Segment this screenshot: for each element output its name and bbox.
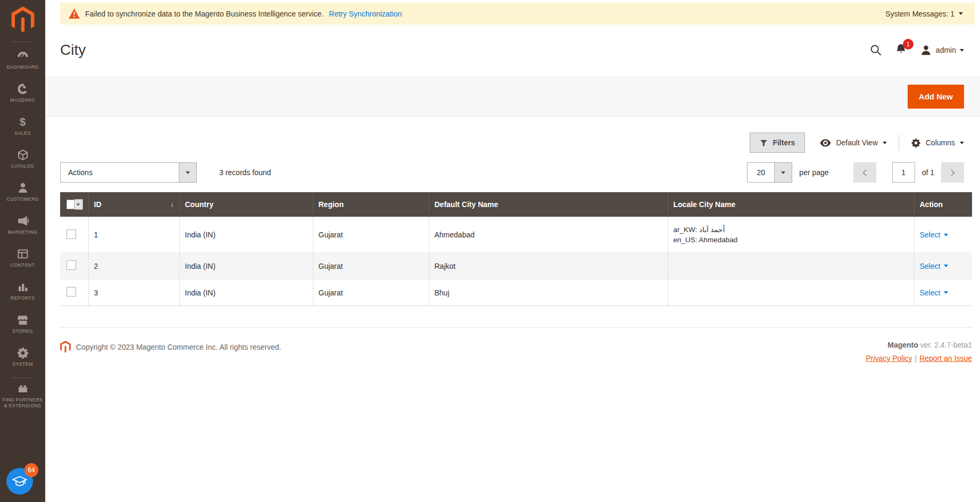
row-checkbox[interactable] bbox=[67, 260, 76, 270]
cell-region: Gujarat bbox=[313, 279, 429, 306]
column-header-id[interactable]: ID ↓ bbox=[88, 192, 179, 217]
privacy-policy-link[interactable]: Privacy Policy bbox=[866, 354, 912, 363]
grid-controls: Actions 3 records found 20 per page of 1 bbox=[60, 162, 964, 183]
catalog-icon bbox=[16, 149, 29, 161]
help-chat-button[interactable]: 64 bbox=[6, 468, 33, 495]
header-actions: 1 admin bbox=[869, 43, 964, 57]
sidebar-item-sales[interactable]: $ SALES bbox=[0, 109, 45, 142]
caret-down-icon bbox=[959, 12, 963, 15]
column-header-region[interactable]: Region bbox=[313, 192, 429, 217]
sidebar-divider bbox=[12, 377, 34, 378]
cell-locale-city-name bbox=[668, 279, 914, 306]
caret-down-icon bbox=[74, 199, 83, 210]
chevron-right-icon bbox=[948, 169, 955, 176]
footer-link-separator: | bbox=[915, 354, 917, 363]
per-page-dropdown[interactable]: 20 bbox=[747, 162, 792, 183]
sidebar-item-marketing[interactable]: MARKETING bbox=[0, 208, 45, 241]
column-header-locale-city-name[interactable]: Locale City Name bbox=[668, 192, 914, 217]
grid-toolbar: Filters Default View Columns bbox=[60, 133, 964, 153]
sidebar-item-catalog[interactable]: CATALOG bbox=[0, 142, 45, 175]
chat-badge: 64 bbox=[24, 463, 38, 477]
sidebar-item-reports[interactable]: REPORTS bbox=[0, 274, 45, 307]
sidebar-item-label: CATALOG bbox=[3, 163, 43, 169]
system-gear-icon bbox=[16, 347, 29, 359]
user-icon bbox=[920, 44, 932, 56]
select-all-control[interactable] bbox=[67, 199, 83, 210]
sidebar-item-dashboard[interactable]: DASHBOARD bbox=[0, 43, 45, 76]
extensions-brick-icon bbox=[16, 382, 29, 395]
sidebar-item-content[interactable]: CONTENT bbox=[0, 241, 45, 274]
system-messages-label: System Messages: 1 bbox=[885, 10, 954, 18]
select-action-dropdown[interactable]: Select bbox=[920, 262, 949, 270]
cell-default-city-name: Bhuj bbox=[429, 279, 668, 306]
row-checkbox[interactable] bbox=[67, 287, 76, 297]
filters-button[interactable]: Filters bbox=[750, 133, 805, 153]
select-all-checkbox[interactable] bbox=[67, 200, 74, 209]
admin-username: admin bbox=[936, 46, 956, 54]
select-action-dropdown[interactable]: Select bbox=[920, 231, 949, 239]
select-label: Select bbox=[920, 262, 941, 270]
page-title: City bbox=[60, 42, 86, 59]
total-pages-text: of 1 bbox=[922, 168, 934, 177]
columns-label: Columns bbox=[926, 138, 955, 147]
columns-gear-icon bbox=[911, 138, 921, 148]
select-action-dropdown[interactable]: Select bbox=[920, 289, 949, 297]
select-all-header bbox=[60, 192, 88, 217]
magento-logo[interactable] bbox=[0, 0, 45, 37]
column-header-action: Action bbox=[914, 192, 972, 217]
sidebar-divider bbox=[12, 42, 34, 42]
sidebar-item-label: MAGEINIC bbox=[3, 97, 43, 103]
magento-footer-logo bbox=[60, 341, 71, 353]
columns-control[interactable]: Columns bbox=[911, 138, 964, 148]
city-grid-table: ID ↓ Country Region Default City Name Lo… bbox=[60, 192, 972, 306]
cell-locale-city-name: ar_KW: أحمد آباد en_US: Ahmedabad bbox=[668, 217, 914, 253]
system-messages-toggle[interactable]: System Messages: 1 bbox=[885, 10, 963, 18]
actions-dropdown[interactable]: Actions bbox=[60, 162, 197, 183]
stores-icon bbox=[16, 314, 29, 326]
grid-header-row: ID ↓ Country Region Default City Name Lo… bbox=[60, 192, 972, 217]
notifications-count-badge: 1 bbox=[903, 39, 913, 50]
add-new-button[interactable]: Add New bbox=[908, 85, 964, 109]
sidebar-item-system[interactable]: SYSTEM bbox=[0, 340, 45, 373]
caret-down-icon bbox=[944, 234, 948, 236]
next-page-button[interactable] bbox=[941, 162, 964, 183]
footer-version: ver. 2.4.7-beta1 bbox=[920, 341, 972, 349]
footer-brand: Magento bbox=[887, 341, 918, 349]
sidebar-item-stores[interactable]: STORES bbox=[0, 307, 45, 340]
cell-country: India (IN) bbox=[179, 279, 313, 306]
page-actions-band: Add New bbox=[45, 77, 980, 117]
reports-icon bbox=[16, 281, 29, 293]
copyright-text: Copyright © 2023 Magento Commerce Inc. A… bbox=[76, 343, 281, 351]
page-number-input[interactable] bbox=[892, 162, 915, 183]
cell-region: Gujarat bbox=[313, 217, 429, 253]
row-checkbox[interactable] bbox=[67, 229, 76, 239]
content-icon bbox=[16, 248, 29, 260]
select-label: Select bbox=[920, 289, 941, 297]
toolbar-divider bbox=[899, 135, 899, 151]
caret-down-icon bbox=[944, 265, 948, 267]
column-header-default-city-name[interactable]: Default City Name bbox=[429, 192, 668, 217]
cell-default-city-name: Rajkot bbox=[429, 253, 668, 279]
cell-region: Gujarat bbox=[313, 253, 429, 279]
sidebar-item-customers[interactable]: CUSTOMERS bbox=[0, 175, 45, 208]
retry-synchronization-link[interactable]: Retry Synchronization bbox=[329, 10, 402, 18]
search-icon[interactable] bbox=[869, 44, 882, 56]
caret-down-icon bbox=[944, 291, 948, 294]
sidebar-item-mageinic[interactable]: MAGEINIC bbox=[0, 76, 45, 109]
cell-country: India (IN) bbox=[179, 253, 313, 279]
sidebar-item-find-partners-extensions[interactable]: FIND PARTNERS & EXTENSIONS bbox=[0, 379, 45, 412]
previous-page-button[interactable] bbox=[853, 162, 876, 183]
mageinic-icon bbox=[16, 83, 29, 95]
column-header-country[interactable]: Country bbox=[179, 192, 313, 217]
cell-id: 1 bbox=[88, 217, 179, 253]
cell-locale-city-name bbox=[668, 253, 914, 279]
sidebar-item-label: FIND PARTNERS & EXTENSIONS bbox=[3, 397, 43, 409]
default-view-control[interactable]: Default View bbox=[820, 138, 886, 147]
page-header: City 1 admin bbox=[60, 36, 964, 64]
notifications-bell-icon[interactable]: 1 bbox=[895, 43, 907, 57]
footer-links: Privacy Policy|Report an Issue bbox=[866, 354, 972, 363]
magento-admin-app: DASHBOARD MAGEINIC $ SALES CATALOG bbox=[0, 0, 980, 502]
report-issue-link[interactable]: Report an Issue bbox=[919, 354, 972, 363]
admin-account-menu[interactable]: admin bbox=[920, 44, 964, 56]
sidebar-item-label: MARKETING bbox=[3, 229, 43, 235]
